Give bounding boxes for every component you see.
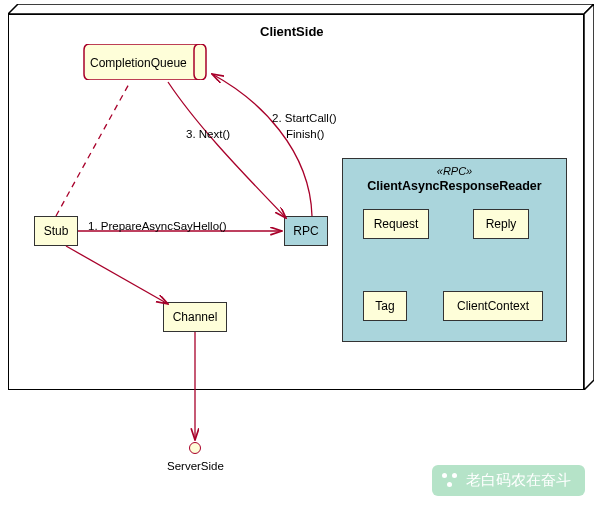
tag-label: Tag xyxy=(375,299,394,313)
edge-label-3: 3. Next() xyxy=(186,128,230,140)
watermark-icon xyxy=(440,473,460,489)
server-side-label: ServerSide xyxy=(167,460,224,472)
client-context-node: ClientContext xyxy=(443,291,543,321)
request-label: Request xyxy=(374,217,419,231)
completion-queue-text: CompletionQueue xyxy=(90,56,187,70)
diagram-canvas: ClientSide CompletionQueue Stub Channel … xyxy=(0,0,601,516)
rpc-label: RPC xyxy=(293,224,318,238)
reply-label: Reply xyxy=(486,217,517,231)
rpc-group-title: ClientAsyncResponseReader xyxy=(343,179,566,193)
package-right-edge xyxy=(584,4,594,390)
tag-node: Tag xyxy=(363,291,407,321)
svg-marker-0 xyxy=(8,4,594,14)
request-node: Request xyxy=(363,209,429,239)
channel-label: Channel xyxy=(173,310,218,324)
edge-label-2a: 2. StartCall() xyxy=(272,112,337,124)
package-top-edge xyxy=(8,4,594,14)
stub-node: Stub xyxy=(34,216,78,246)
edge-label-2b: Finish() xyxy=(286,128,324,140)
rpc-stereotype: «RPC» xyxy=(343,165,566,177)
svg-marker-1 xyxy=(584,4,594,390)
watermark-text: 老白码农在奋斗 xyxy=(466,471,571,490)
edge-label-1: 1. PrepareAsyncSayHello() xyxy=(88,220,227,232)
stub-label: Stub xyxy=(44,224,69,238)
rpc-group: «RPC» ClientAsyncResponseReader Request … xyxy=(342,158,567,342)
watermark-badge: 老白码农在奋斗 xyxy=(432,465,585,496)
reply-node: Reply xyxy=(473,209,529,239)
client-context-label: ClientContext xyxy=(457,299,529,313)
channel-node: Channel xyxy=(163,302,227,332)
package-title: ClientSide xyxy=(260,24,324,39)
server-side-interface-icon xyxy=(189,442,201,454)
rpc-node: RPC xyxy=(284,216,328,246)
